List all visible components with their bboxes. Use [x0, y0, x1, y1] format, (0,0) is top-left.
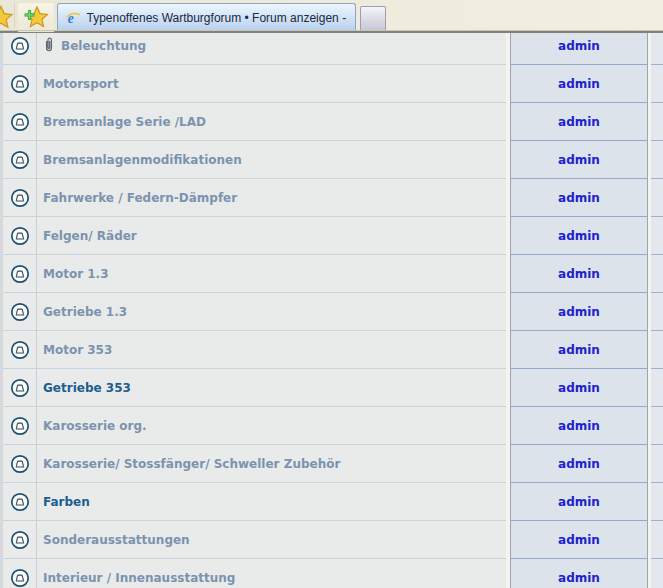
- forum-link[interactable]: Getriebe 1.3: [43, 305, 127, 319]
- partial-cell: [651, 217, 663, 255]
- topic-cell: Beleuchtung: [37, 33, 506, 65]
- moderator-cell: admin: [510, 217, 648, 255]
- forum-row: Motorsport admin: [3, 65, 663, 103]
- forum-link[interactable]: Beleuchtung: [61, 39, 146, 53]
- forum-status-icon: [10, 378, 30, 398]
- moderator-link[interactable]: admin: [558, 571, 600, 585]
- forum-row: Getriebe 1.3 admin: [3, 293, 663, 331]
- forum-row: Getriebe 353 admin: [3, 369, 663, 407]
- forum-link[interactable]: Motor 353: [43, 343, 112, 357]
- topic-cell: Motor 353: [37, 331, 506, 369]
- icon-cell: [3, 331, 37, 369]
- partial-cell: [651, 407, 663, 445]
- forum-row: Sonderausstattungen admin: [3, 521, 663, 559]
- moderator-cell: admin: [510, 255, 648, 293]
- forum-status-icon: [10, 112, 30, 132]
- icon-cell: [3, 217, 37, 255]
- forum-link[interactable]: Fahrwerke / Federn-Dämpfer: [43, 191, 237, 205]
- moderator-cell: admin: [510, 483, 648, 521]
- topic-cell: Getriebe 1.3: [37, 293, 506, 331]
- moderator-link[interactable]: admin: [558, 457, 600, 471]
- forum-link[interactable]: Interieur / Innenausstattung: [43, 571, 235, 585]
- forum-row: Felgen/ Räder admin: [3, 217, 663, 255]
- topic-cell: Sonderausstattungen: [37, 521, 506, 559]
- new-tab-button[interactable]: [360, 6, 386, 31]
- moderator-cell: admin: [510, 369, 648, 407]
- moderator-cell: admin: [510, 65, 648, 103]
- forum-status-icon: [10, 74, 30, 94]
- forum-status-icon: [10, 226, 30, 246]
- icon-cell: [3, 559, 37, 588]
- moderator-link[interactable]: admin: [558, 39, 600, 53]
- moderator-link[interactable]: admin: [558, 381, 600, 395]
- moderator-link[interactable]: admin: [558, 419, 600, 433]
- forum-status-icon: [10, 454, 30, 474]
- partial-cell: [651, 559, 663, 588]
- topic-cell: Getriebe 353: [37, 369, 506, 407]
- forum-status-icon: [10, 568, 30, 588]
- icon-cell: [3, 483, 37, 521]
- forum-link[interactable]: Bremsanlagenmodifikationen: [43, 153, 242, 167]
- partial-cell: [651, 483, 663, 521]
- forum-link[interactable]: Motor 1.3: [43, 267, 109, 281]
- partial-cell: [651, 445, 663, 483]
- toolbar-divider: [14, 3, 15, 28]
- forum-link[interactable]: Motorsport: [43, 77, 119, 91]
- partial-cell: [651, 141, 663, 179]
- moderator-link[interactable]: admin: [558, 153, 600, 167]
- forum-link[interactable]: Karosserie org.: [43, 419, 147, 433]
- browser-tab[interactable]: e Typenoffenes Wartburgforum • Forum anz…: [57, 3, 356, 31]
- topic-cell: Interieur / Innenausstattung: [37, 559, 506, 588]
- favorites-star-icon[interactable]: [0, 5, 13, 33]
- attachment-icon: [43, 36, 55, 53]
- partial-cell: [651, 65, 663, 103]
- moderator-link[interactable]: admin: [558, 191, 600, 205]
- forum-link[interactable]: Bremsanlage Serie /LAD: [43, 115, 206, 129]
- forum-status-icon: [10, 188, 30, 208]
- forum-row: Farben admin: [3, 483, 663, 521]
- icon-cell: [3, 65, 37, 103]
- moderator-link[interactable]: admin: [558, 533, 600, 547]
- moderator-cell: admin: [510, 407, 648, 445]
- svg-text:e: e: [68, 10, 74, 25]
- moderator-cell: admin: [510, 103, 648, 141]
- partial-cell: [651, 369, 663, 407]
- topic-cell: Farben: [37, 483, 506, 521]
- forum-row: Interieur / Innenausstattung admin: [3, 559, 663, 588]
- partial-cell: [651, 521, 663, 559]
- forum-row: Beleuchtung admin: [3, 33, 663, 65]
- add-favorite-button[interactable]: [17, 2, 55, 32]
- icon-cell: [3, 179, 37, 217]
- forum-status-icon: [10, 416, 30, 436]
- topic-cell: Bremsanlage Serie /LAD: [37, 103, 506, 141]
- moderator-link[interactable]: admin: [558, 77, 600, 91]
- moderator-cell: admin: [510, 559, 648, 588]
- icon-cell: [3, 141, 37, 179]
- forum-link[interactable]: Sonderausstattungen: [43, 533, 190, 547]
- icon-cell: [3, 255, 37, 293]
- moderator-link[interactable]: admin: [558, 343, 600, 357]
- icon-cell: [3, 369, 37, 407]
- forum-row: Fahrwerke / Federn-Dämpfer admin: [3, 179, 663, 217]
- icon-cell: [3, 293, 37, 331]
- moderator-link[interactable]: admin: [558, 495, 600, 509]
- forum-row: Motor 1.3 admin: [3, 255, 663, 293]
- tab-title: Typenoffenes Wartburgforum • Forum anzei…: [86, 11, 347, 25]
- forum-status-icon: [10, 264, 30, 284]
- moderator-link[interactable]: admin: [558, 305, 600, 319]
- forum-link[interactable]: Karosserie/ Stossfänger/ Schweller Zubeh…: [43, 457, 340, 471]
- partial-cell: [651, 179, 663, 217]
- add-favorite-star-plus-icon: [23, 5, 49, 29]
- ie-logo-icon: e: [66, 10, 80, 26]
- forum-link[interactable]: Felgen/ Räder: [43, 229, 137, 243]
- topic-cell: Felgen/ Räder: [37, 217, 506, 255]
- moderator-link[interactable]: admin: [558, 115, 600, 129]
- moderator-link[interactable]: admin: [558, 229, 600, 243]
- moderator-link[interactable]: admin: [558, 267, 600, 281]
- forum-link[interactable]: Farben: [43, 495, 90, 509]
- icon-cell: [3, 103, 37, 141]
- icon-cell: [3, 33, 37, 65]
- moderator-cell: admin: [510, 179, 648, 217]
- forum-link[interactable]: Getriebe 353: [43, 381, 131, 395]
- forum-status-icon: [10, 150, 30, 170]
